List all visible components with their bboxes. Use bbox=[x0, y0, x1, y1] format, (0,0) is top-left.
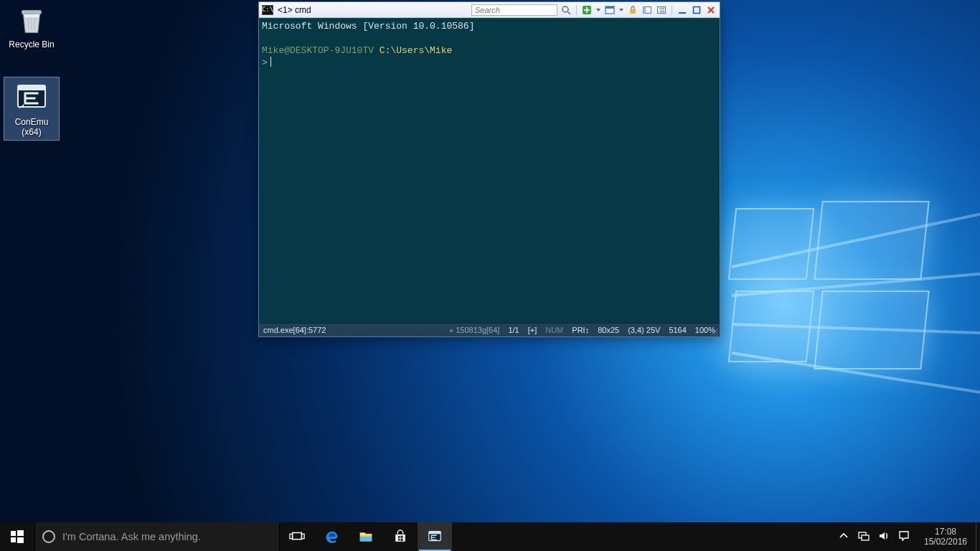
show-desktop-button[interactable] bbox=[976, 522, 980, 551]
start-button[interactable] bbox=[0, 522, 34, 551]
panel-left-button[interactable] bbox=[641, 4, 653, 16]
minimize-button[interactable] bbox=[677, 4, 688, 16]
svg-rect-0 bbox=[22, 11, 42, 14]
taskbar-clock[interactable]: 17:08 15/02/2016 bbox=[915, 522, 976, 551]
terminal-area[interactable]: Microsoft Windows [Version 10.0.10586] M… bbox=[259, 18, 720, 323]
panel-right-button[interactable] bbox=[656, 4, 667, 16]
recycle-bin-icon bbox=[14, 3, 49, 37]
svg-rect-25 bbox=[398, 536, 400, 538]
tab-console-icon: C:\ bbox=[262, 5, 273, 15]
tray[interactable] bbox=[832, 522, 915, 551]
taskbar-app-conemu[interactable] bbox=[418, 522, 452, 551]
svg-rect-22 bbox=[290, 534, 293, 538]
taskbar: 17:08 15/02/2016 bbox=[0, 522, 980, 551]
desktop-icon-label: ConEmu (x64) bbox=[4, 117, 59, 137]
svg-rect-27 bbox=[398, 539, 400, 541]
svg-rect-20 bbox=[17, 537, 24, 543]
taskbar-app-edge[interactable] bbox=[314, 522, 349, 551]
status-cursor-pos: (3,4) 25V bbox=[628, 324, 660, 337]
svg-rect-8 bbox=[630, 9, 636, 14]
svg-line-4 bbox=[567, 11, 570, 14]
status-mem: 5164 bbox=[669, 324, 686, 337]
terminal-line: Microsoft Windows [Version 10.0.10586] bbox=[262, 21, 474, 32]
search-input[interactable] bbox=[471, 4, 557, 16]
tray-volume-icon[interactable] bbox=[878, 530, 890, 544]
new-console-dropdown[interactable] bbox=[595, 4, 601, 16]
new-console-button[interactable] bbox=[581, 4, 593, 16]
cortana-search[interactable] bbox=[34, 522, 280, 551]
svg-rect-2 bbox=[18, 85, 45, 90]
svg-rect-7 bbox=[606, 6, 614, 9]
svg-rect-30 bbox=[429, 532, 441, 534]
task-view-button[interactable] bbox=[280, 522, 314, 551]
search-icon[interactable] bbox=[560, 4, 572, 16]
status-plus[interactable]: [+] bbox=[528, 324, 537, 337]
desktop-icon-conemu[interactable]: ConEmu (x64) bbox=[4, 77, 59, 140]
window-split-dropdown[interactable] bbox=[618, 4, 624, 16]
svg-rect-16 bbox=[694, 6, 700, 13]
window-title: <1> cmd bbox=[276, 5, 311, 15]
status-build: « 150813g[64] bbox=[449, 324, 499, 337]
desktop-icon-recycle-bin[interactable]: Recycle Bin bbox=[4, 3, 59, 50]
svg-rect-24 bbox=[360, 537, 372, 541]
status-tabs: 1/1 bbox=[508, 324, 519, 337]
titlebar[interactable]: C:\ <1> cmd bbox=[259, 2, 720, 18]
statusbar: cmd.exe[64]:5772 « 150813g[64] 1/1 [+] N… bbox=[259, 323, 720, 336]
cortana-input[interactable] bbox=[62, 531, 256, 542]
svg-rect-18 bbox=[17, 530, 24, 536]
tray-network-icon[interactable] bbox=[858, 530, 870, 544]
svg-rect-26 bbox=[400, 536, 402, 538]
resize-grip[interactable] bbox=[710, 326, 718, 335]
text-cursor bbox=[270, 57, 271, 67]
conemu-icon bbox=[14, 80, 49, 115]
taskbar-app-file-explorer[interactable] bbox=[349, 522, 383, 551]
status-process: cmd.exe[64]:5772 bbox=[263, 324, 326, 337]
svg-rect-23 bbox=[301, 534, 304, 538]
svg-point-3 bbox=[562, 6, 568, 12]
status-numlock: NUM bbox=[545, 324, 563, 337]
prompt-path: C:\Users\Mike bbox=[380, 45, 452, 56]
status-priority: PRI↕ bbox=[572, 324, 589, 337]
clock-time: 17:08 bbox=[915, 527, 976, 537]
status-size: 80x25 bbox=[598, 324, 619, 337]
svg-rect-10 bbox=[644, 6, 646, 13]
cortana-icon bbox=[42, 530, 55, 543]
prompt-char: > bbox=[262, 57, 268, 68]
svg-rect-19 bbox=[11, 537, 16, 542]
svg-rect-17 bbox=[11, 531, 16, 536]
svg-rect-21 bbox=[293, 533, 302, 540]
svg-rect-32 bbox=[862, 535, 869, 540]
conemu-window: C:\ <1> cmd bbox=[258, 1, 720, 337]
tray-overflow-button[interactable] bbox=[838, 530, 849, 544]
lock-button[interactable] bbox=[627, 4, 639, 16]
close-button[interactable] bbox=[705, 4, 717, 16]
prompt-user: Mike@DESKTOP-9JU10TV bbox=[262, 45, 374, 56]
desktop-icon-label: Recycle Bin bbox=[4, 39, 59, 50]
window-split-button[interactable] bbox=[604, 4, 616, 16]
taskbar-app-store[interactable] bbox=[383, 522, 418, 551]
svg-rect-28 bbox=[400, 539, 402, 541]
clock-date: 15/02/2016 bbox=[915, 537, 976, 547]
tray-action-center-icon[interactable] bbox=[898, 530, 910, 544]
maximize-button[interactable] bbox=[691, 4, 702, 16]
